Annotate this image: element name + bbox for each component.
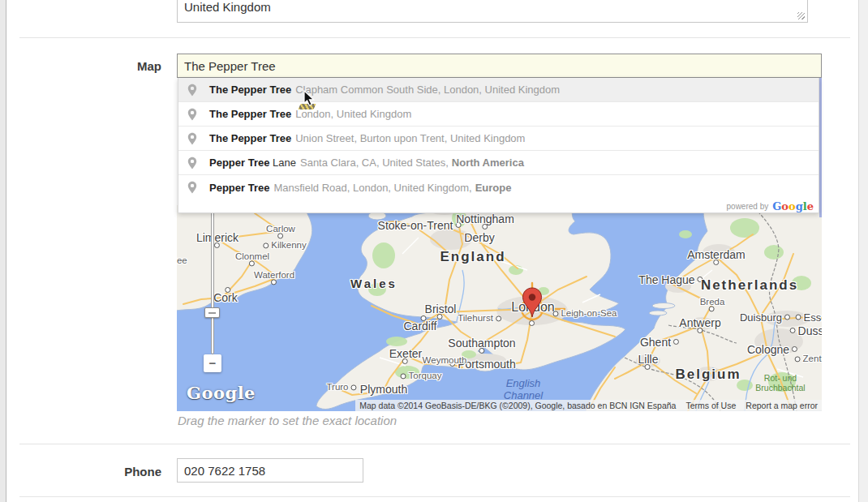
suggestion-region-text: Europe <box>475 182 512 194</box>
map-field-label: Map <box>32 59 161 73</box>
location-pin-icon <box>187 157 197 169</box>
report-map-error-link[interactable]: Report a map error <box>746 401 818 410</box>
section-divider <box>19 444 850 444</box>
autocomplete-suggestion[interactable]: Pepper Tree Lane Santa Clara, CA, United… <box>178 151 819 175</box>
google-logo-letter: o <box>781 200 789 212</box>
country-textarea[interactable]: United Kingdom <box>177 0 808 23</box>
suggestion-secondary-text: Clapham Common South Side, London, Unite… <box>295 84 560 96</box>
page-right-edge <box>858 0 868 502</box>
autocomplete-footer: powered by Google <box>178 200 819 212</box>
suggestion-secondary-text: Santa Clara, CA, United States, <box>300 157 449 169</box>
autocomplete-suggestion[interactable]: The Pepper Tree Union Street, Burton upo… <box>178 127 819 151</box>
google-logo-letter: e <box>807 200 814 212</box>
map-search-input[interactable] <box>177 54 822 78</box>
map-edge-sliver <box>819 78 822 217</box>
autocomplete-suggestion[interactable]: Pepper Tree Mansfield Road, London, Unit… <box>178 175 819 200</box>
suggestion-main-text: The Pepper Tree <box>209 132 291 144</box>
location-pin-icon <box>187 181 197 194</box>
zoom-slider-track[interactable] <box>211 205 214 354</box>
map-hint-text: Drag the marker to set the exact locatio… <box>178 414 397 427</box>
section-divider <box>19 37 850 38</box>
google-logo-letter: G <box>772 200 781 212</box>
autocomplete-suggestion[interactable]: The Pepper Tree London, United Kingdom <box>178 102 819 127</box>
location-pin-icon <box>187 132 197 145</box>
phone-input[interactable] <box>177 458 363 483</box>
page-left-edge <box>0 0 6 502</box>
google-logo-letter: o <box>789 200 796 212</box>
location-pin-icon <box>187 84 197 97</box>
google-logo-letter: g <box>796 200 803 212</box>
map-marker-icon[interactable] <box>522 287 543 320</box>
terms-of-use-link[interactable]: Terms of Use <box>685 401 736 410</box>
suggestion-secondary-text: London, United Kingdom <box>295 108 411 120</box>
map-copyright-text: Map data ©2014 GeoBasis-DE/BKG (©2009), … <box>359 401 676 410</box>
section-divider <box>19 496 850 497</box>
google-logo: Google <box>772 199 814 213</box>
map-attribution-bar: Map data ©2014 GeoBasis-DE/BKG (©2009), … <box>355 400 822 411</box>
autocomplete-suggestion[interactable]: The Pepper Tree Clapham Common South Sid… <box>178 78 819 102</box>
google-map[interactable]: CarlowLimerickKilkennyClonmelleeWaterfor… <box>177 205 822 411</box>
location-pin-icon <box>187 108 197 121</box>
powered-by-text: powered by <box>727 202 769 211</box>
suggestion-secondary-text: Union Street, Burton upon Trent, United … <box>295 132 525 144</box>
suggestion-region-text: North America <box>452 157 524 169</box>
zoom-out-button[interactable]: − <box>204 354 221 372</box>
suggestion-main-text: Pepper Tree <box>209 182 269 194</box>
suggestion-main-text: Pepper Tree Lane <box>209 157 296 169</box>
places-autocomplete-dropdown: The Pepper Tree Clapham Common South Sid… <box>178 78 819 213</box>
suggestion-secondary-text: Mansfield Road, London, United Kingdom, <box>273 182 471 194</box>
autocomplete-list: The Pepper Tree Clapham Common South Sid… <box>178 78 819 200</box>
suggestion-main-text: The Pepper Tree <box>209 108 291 120</box>
google-maps-logo[interactable]: Google <box>187 383 256 403</box>
phone-field-label: Phone <box>32 465 161 478</box>
location-form-page: United Kingdom Map The Pepper Tree Claph… <box>0 0 868 502</box>
busy-cursor-artifact <box>298 104 316 109</box>
map-tiles <box>177 205 822 411</box>
zoom-slider-handle[interactable] <box>204 307 220 318</box>
suggestion-main-text: The Pepper Tree <box>209 84 291 96</box>
